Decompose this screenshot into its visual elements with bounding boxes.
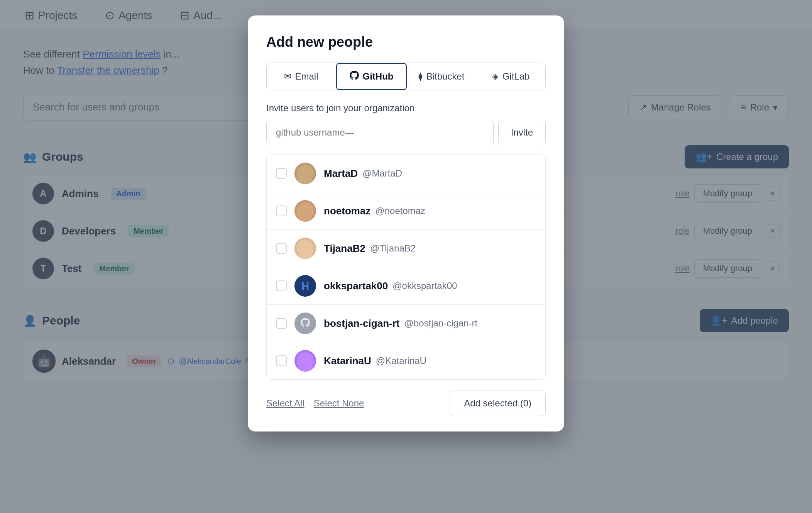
svg-point-2 — [301, 204, 310, 213]
okkspartak00-info: okkspartak00 @okkspartak00 — [324, 280, 457, 292]
okkspartak00-avatar: H — [294, 275, 316, 297]
modal-title: Add new people — [266, 34, 546, 50]
tijanab2-handle: @TijanaB2 — [370, 243, 416, 254]
user-row-noetomaz[interactable]: noetomaz @noetomaz — [267, 192, 545, 230]
katarina-info: KatarinaU @KatarinaU — [324, 355, 426, 367]
svg-point-4 — [301, 241, 310, 251]
modal: Add new people ✉ Email GitHub ⧫ Bitbucke… — [248, 15, 564, 431]
svg-point-5 — [298, 251, 313, 259]
katarina-avatar — [294, 350, 316, 372]
svg-point-10 — [298, 364, 313, 372]
user-row-katarina[interactable]: KatarinaU @KatarinaU — [267, 342, 545, 379]
bostjan-avatar — [294, 313, 316, 334]
invite-button[interactable]: Invite — [498, 120, 546, 145]
bitbucket-icon: ⧫ — [418, 71, 423, 82]
user-checkbox-bostjan[interactable] — [276, 318, 287, 329]
svg-point-8 — [294, 313, 316, 334]
bostjan-info: bostjan-cigan-rt @bostjan-cigan-rt — [324, 318, 477, 330]
user-list: MartaD @MartaD noetomaz @noetomaz — [266, 155, 546, 380]
svg-point-9 — [301, 354, 310, 363]
martad-avatar — [294, 163, 316, 184]
github-icon — [350, 71, 359, 82]
tijanab2-name: TijanaB2 — [324, 243, 365, 255]
tab-email-label: Email — [295, 71, 318, 82]
bostjan-handle: @bostjan-cigan-rt — [404, 318, 477, 329]
katarina-handle: @KatarinaU — [376, 355, 426, 366]
user-checkbox-martad[interactable] — [276, 168, 287, 179]
bostjan-name: bostjan-cigan-rt — [324, 318, 399, 330]
tab-github[interactable]: GitHub — [336, 63, 407, 90]
martad-name: MartaD — [324, 168, 358, 180]
noetomaz-info: noetomaz @noetomaz — [324, 205, 425, 217]
tab-bitbucket[interactable]: ⧫ Bitbucket — [407, 63, 476, 90]
martad-handle: @MartaD — [362, 168, 402, 179]
user-checkbox-okkspartak00[interactable] — [276, 280, 287, 291]
user-row-martad[interactable]: MartaD @MartaD — [267, 155, 545, 192]
email-icon: ✉ — [284, 71, 291, 82]
modal-overlay: Add new people ✉ Email GitHub ⧫ Bitbucke… — [0, 0, 812, 513]
invite-label: Invite users to join your organization — [266, 103, 546, 114]
add-selected-button[interactable]: Add selected (0) — [450, 391, 546, 416]
katarina-name: KatarinaU — [324, 355, 371, 367]
gitlab-icon: ◈ — [492, 71, 499, 82]
user-checkbox-tijanab2[interactable] — [276, 243, 287, 254]
tab-bitbucket-label: Bitbucket — [426, 71, 465, 82]
tab-gitlab-label: GitLab — [502, 71, 530, 82]
user-checkbox-katarina[interactable] — [276, 355, 287, 366]
tab-github-label: GitHub — [363, 71, 394, 82]
okkspartak00-name: okkspartak00 — [324, 280, 388, 292]
svg-point-3 — [298, 214, 313, 222]
tijanab2-avatar — [294, 238, 316, 259]
svg-point-1 — [298, 177, 313, 184]
modal-footer: Select All Select None Add selected (0) — [266, 391, 546, 416]
user-row-tijanab2[interactable]: TijanaB2 @TijanaB2 — [267, 230, 545, 267]
okkspartak00-handle: @okkspartak00 — [392, 280, 457, 291]
modal-tabs: ✉ Email GitHub ⧫ Bitbucket ◈ GitLab — [266, 63, 546, 90]
tijanab2-info: TijanaB2 @TijanaB2 — [324, 243, 416, 255]
select-none-link[interactable]: Select None — [314, 398, 364, 409]
noetomaz-avatar — [294, 200, 316, 222]
invite-row: Invite — [266, 120, 546, 145]
user-row-bostjan[interactable]: bostjan-cigan-rt @bostjan-cigan-rt — [267, 305, 545, 342]
martad-info: MartaD @MartaD — [324, 168, 402, 180]
select-all-link[interactable]: Select All — [266, 398, 304, 409]
github-username-input[interactable] — [266, 120, 494, 145]
noetomaz-name: noetomaz — [324, 205, 370, 217]
tab-email[interactable]: ✉ Email — [267, 63, 336, 90]
svg-text:H: H — [301, 280, 309, 292]
user-row-okkspartak00[interactable]: H okkspartak00 @okkspartak00 — [267, 267, 545, 305]
svg-point-0 — [301, 166, 310, 176]
tab-gitlab[interactable]: ◈ GitLab — [476, 63, 545, 90]
user-checkbox-noetomaz[interactable] — [276, 206, 287, 216]
noetomaz-handle: @noetomaz — [375, 206, 425, 216]
